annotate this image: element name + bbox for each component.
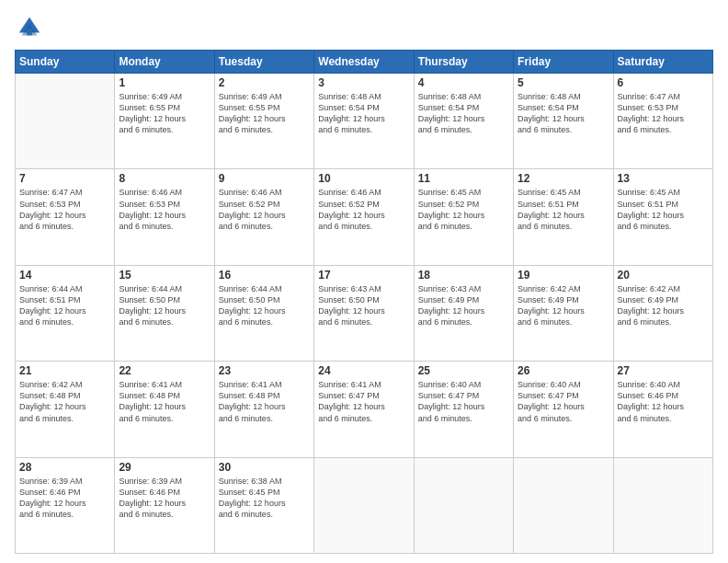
- day-info: Sunrise: 6:42 AM Sunset: 6:48 PM Dayligh…: [19, 379, 110, 424]
- week-row-4: 28Sunrise: 6:39 AM Sunset: 6:46 PM Dayli…: [16, 457, 713, 553]
- day-number: 28: [19, 461, 110, 474]
- calendar-cell: 24Sunrise: 6:41 AM Sunset: 6:47 PM Dayli…: [314, 362, 414, 457]
- calendar-cell: 16Sunrise: 6:44 AM Sunset: 6:50 PM Dayli…: [214, 265, 313, 361]
- day-number: 16: [219, 269, 310, 282]
- day-number: 25: [418, 364, 509, 377]
- day-number: 7: [19, 172, 110, 185]
- day-info: Sunrise: 6:44 AM Sunset: 6:50 PM Dayligh…: [119, 283, 210, 328]
- calendar-cell: 8Sunrise: 6:46 AM Sunset: 6:53 PM Daylig…: [115, 169, 214, 265]
- calendar-cell: 28Sunrise: 6:39 AM Sunset: 6:46 PM Dayli…: [16, 457, 115, 553]
- calendar-cell: [414, 457, 513, 553]
- week-row-3: 21Sunrise: 6:42 AM Sunset: 6:48 PM Dayli…: [16, 362, 713, 457]
- calendar-cell: [514, 457, 613, 553]
- day-number: 19: [518, 269, 609, 282]
- calendar-cell: [613, 457, 712, 553]
- calendar-cell: [314, 457, 414, 553]
- day-info: Sunrise: 6:41 AM Sunset: 6:48 PM Dayligh…: [219, 379, 310, 424]
- day-info: Sunrise: 6:43 AM Sunset: 6:50 PM Dayligh…: [318, 283, 409, 328]
- day-number: 6: [618, 76, 709, 89]
- calendar-cell: 2Sunrise: 6:49 AM Sunset: 6:55 PM Daylig…: [214, 74, 313, 169]
- logo-wrapper: [15, 15, 46, 40]
- day-number: 13: [618, 172, 709, 185]
- day-number: 27: [618, 364, 709, 377]
- day-info: Sunrise: 6:48 AM Sunset: 6:54 PM Dayligh…: [518, 91, 609, 136]
- calendar-cell: 4Sunrise: 6:48 AM Sunset: 6:54 PM Daylig…: [414, 74, 513, 169]
- calendar-cell: 25Sunrise: 6:40 AM Sunset: 6:47 PM Dayli…: [414, 362, 513, 457]
- header: [15, 15, 713, 40]
- weekday-header-thursday: Thursday: [414, 51, 513, 74]
- day-number: 22: [119, 364, 210, 377]
- calendar-cell: 10Sunrise: 6:46 AM Sunset: 6:52 PM Dayli…: [314, 169, 414, 265]
- day-number: 18: [418, 269, 509, 282]
- svg-rect-2: [27, 29, 32, 35]
- calendar-cell: [16, 74, 115, 169]
- day-number: 11: [418, 172, 509, 185]
- day-info: Sunrise: 6:44 AM Sunset: 6:50 PM Dayligh…: [219, 283, 310, 328]
- day-number: 21: [19, 364, 110, 377]
- calendar-cell: 18Sunrise: 6:43 AM Sunset: 6:49 PM Dayli…: [414, 265, 513, 361]
- calendar-cell: 20Sunrise: 6:42 AM Sunset: 6:49 PM Dayli…: [613, 265, 712, 361]
- logo-icon: [17, 15, 42, 40]
- day-info: Sunrise: 6:46 AM Sunset: 6:52 PM Dayligh…: [318, 187, 409, 232]
- day-info: Sunrise: 6:48 AM Sunset: 6:54 PM Dayligh…: [318, 91, 409, 136]
- calendar-cell: 13Sunrise: 6:45 AM Sunset: 6:51 PM Dayli…: [613, 169, 712, 265]
- calendar-cell: 29Sunrise: 6:39 AM Sunset: 6:46 PM Dayli…: [115, 457, 214, 553]
- calendar-cell: 12Sunrise: 6:45 AM Sunset: 6:51 PM Dayli…: [514, 169, 613, 265]
- day-number: 23: [219, 364, 310, 377]
- calendar-cell: 17Sunrise: 6:43 AM Sunset: 6:50 PM Dayli…: [314, 265, 414, 361]
- day-info: Sunrise: 6:47 AM Sunset: 6:53 PM Dayligh…: [618, 91, 709, 136]
- day-info: Sunrise: 6:39 AM Sunset: 6:46 PM Dayligh…: [19, 476, 110, 521]
- day-info: Sunrise: 6:42 AM Sunset: 6:49 PM Dayligh…: [618, 283, 709, 328]
- day-number: 24: [318, 364, 409, 377]
- day-info: Sunrise: 6:47 AM Sunset: 6:53 PM Dayligh…: [19, 187, 110, 232]
- day-info: Sunrise: 6:41 AM Sunset: 6:47 PM Dayligh…: [318, 379, 409, 424]
- day-info: Sunrise: 6:46 AM Sunset: 6:53 PM Dayligh…: [119, 187, 210, 232]
- weekday-header-monday: Monday: [115, 51, 214, 74]
- calendar-cell: 30Sunrise: 6:38 AM Sunset: 6:45 PM Dayli…: [214, 457, 313, 553]
- calendar-cell: 22Sunrise: 6:41 AM Sunset: 6:48 PM Dayli…: [115, 362, 214, 457]
- day-number: 15: [119, 269, 210, 282]
- weekday-header-sunday: Sunday: [16, 51, 115, 74]
- calendar-cell: 19Sunrise: 6:42 AM Sunset: 6:49 PM Dayli…: [514, 265, 613, 361]
- page: SundayMondayTuesdayWednesdayThursdayFrid…: [0, 0, 728, 563]
- day-info: Sunrise: 6:46 AM Sunset: 6:52 PM Dayligh…: [219, 187, 310, 232]
- day-info: Sunrise: 6:38 AM Sunset: 6:45 PM Dayligh…: [219, 476, 310, 521]
- day-info: Sunrise: 6:49 AM Sunset: 6:55 PM Dayligh…: [219, 91, 310, 136]
- calendar-cell: 1Sunrise: 6:49 AM Sunset: 6:55 PM Daylig…: [115, 74, 214, 169]
- day-info: Sunrise: 6:45 AM Sunset: 6:52 PM Dayligh…: [418, 187, 509, 232]
- day-info: Sunrise: 6:42 AM Sunset: 6:49 PM Dayligh…: [518, 283, 609, 328]
- day-number: 5: [518, 76, 609, 89]
- calendar-cell: 5Sunrise: 6:48 AM Sunset: 6:54 PM Daylig…: [514, 74, 613, 169]
- day-info: Sunrise: 6:40 AM Sunset: 6:47 PM Dayligh…: [518, 379, 609, 424]
- day-number: 10: [318, 172, 409, 185]
- day-info: Sunrise: 6:45 AM Sunset: 6:51 PM Dayligh…: [618, 187, 709, 232]
- day-info: Sunrise: 6:39 AM Sunset: 6:46 PM Dayligh…: [119, 476, 210, 521]
- calendar-cell: 14Sunrise: 6:44 AM Sunset: 6:51 PM Dayli…: [16, 265, 115, 361]
- day-number: 1: [119, 76, 210, 89]
- day-info: Sunrise: 6:44 AM Sunset: 6:51 PM Dayligh…: [19, 283, 110, 328]
- logo: [15, 15, 46, 40]
- day-number: 4: [418, 76, 509, 89]
- week-row-1: 7Sunrise: 6:47 AM Sunset: 6:53 PM Daylig…: [16, 169, 713, 265]
- day-info: Sunrise: 6:41 AM Sunset: 6:48 PM Dayligh…: [119, 379, 210, 424]
- calendar-cell: 15Sunrise: 6:44 AM Sunset: 6:50 PM Dayli…: [115, 265, 214, 361]
- day-number: 14: [19, 269, 110, 282]
- weekday-header-tuesday: Tuesday: [214, 51, 313, 74]
- day-info: Sunrise: 6:45 AM Sunset: 6:51 PM Dayligh…: [518, 187, 609, 232]
- weekday-header-friday: Friday: [514, 51, 613, 74]
- day-number: 30: [219, 461, 310, 474]
- day-info: Sunrise: 6:49 AM Sunset: 6:55 PM Dayligh…: [119, 91, 210, 136]
- day-info: Sunrise: 6:48 AM Sunset: 6:54 PM Dayligh…: [418, 91, 509, 136]
- day-number: 20: [618, 269, 709, 282]
- calendar-cell: 26Sunrise: 6:40 AM Sunset: 6:47 PM Dayli…: [514, 362, 613, 457]
- day-info: Sunrise: 6:43 AM Sunset: 6:49 PM Dayligh…: [418, 283, 509, 328]
- calendar-table: SundayMondayTuesdayWednesdayThursdayFrid…: [15, 50, 713, 554]
- day-number: 8: [119, 172, 210, 185]
- day-number: 2: [219, 76, 310, 89]
- calendar-cell: 11Sunrise: 6:45 AM Sunset: 6:52 PM Dayli…: [414, 169, 513, 265]
- calendar-cell: 27Sunrise: 6:40 AM Sunset: 6:46 PM Dayli…: [613, 362, 712, 457]
- day-number: 9: [219, 172, 310, 185]
- day-number: 12: [518, 172, 609, 185]
- calendar-cell: 21Sunrise: 6:42 AM Sunset: 6:48 PM Dayli…: [16, 362, 115, 457]
- day-number: 29: [119, 461, 210, 474]
